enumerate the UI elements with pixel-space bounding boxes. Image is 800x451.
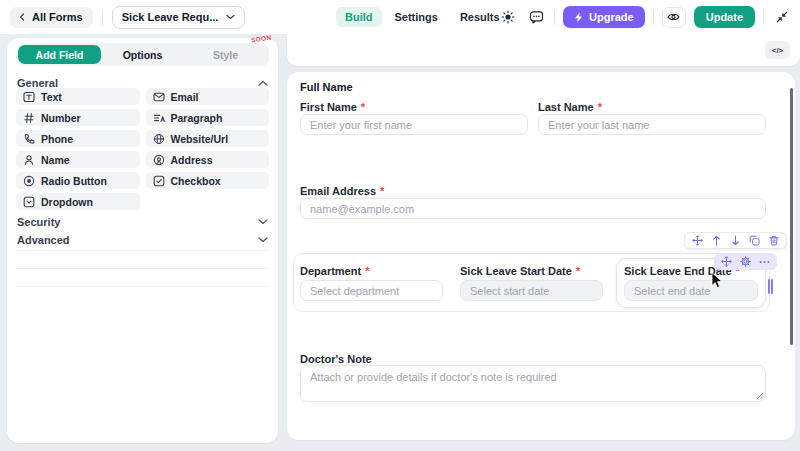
paragraph-icon xyxy=(153,112,165,124)
chevron-down-icon xyxy=(258,237,268,243)
email-label: Email Address* xyxy=(300,185,384,197)
duplicate-row-button[interactable] xyxy=(749,235,760,246)
divider xyxy=(102,10,103,25)
feedback-button[interactable] xyxy=(526,7,546,27)
field-type-label: Email xyxy=(171,91,199,103)
department-input[interactable] xyxy=(300,280,443,301)
required-marker: * xyxy=(361,101,365,113)
tab-add-field[interactable]: Add Field xyxy=(18,45,101,64)
department-label: Department* xyxy=(300,265,369,277)
number-icon xyxy=(23,112,35,124)
field-toolbar xyxy=(714,253,777,270)
vertical-scrollbar[interactable] xyxy=(790,88,793,345)
arrow-up-icon xyxy=(712,235,721,246)
full-name-heading: Full Name xyxy=(300,81,353,93)
preview-button[interactable] xyxy=(662,7,686,28)
section-advanced[interactable]: Advanced xyxy=(17,233,268,247)
field-type-email[interactable]: Email xyxy=(146,88,270,105)
field-type-website[interactable]: Website/Url xyxy=(146,130,270,147)
divider xyxy=(16,250,269,251)
back-all-forms-button[interactable]: All Forms xyxy=(10,7,93,28)
globe-icon xyxy=(153,133,165,145)
field-type-label: Address xyxy=(171,154,213,166)
email-icon xyxy=(153,91,165,103)
form-canvas: Full Name First Name* Last Name* Email A… xyxy=(287,72,795,440)
person-icon xyxy=(23,154,35,166)
field-type-number[interactable]: Number xyxy=(16,109,140,126)
field-type-label: Checkbox xyxy=(171,175,221,187)
tab-options[interactable]: Options xyxy=(101,45,184,64)
divider xyxy=(16,286,269,287)
field-settings-button[interactable] xyxy=(740,256,751,267)
start-date-label: Sick Leave Start Date* xyxy=(460,265,580,277)
arrow-down-icon xyxy=(731,235,740,246)
collapse-button[interactable] xyxy=(772,7,792,27)
tab-build[interactable]: Build xyxy=(336,7,382,27)
field-type-paragraph[interactable]: Paragraph xyxy=(146,109,270,126)
end-date-input[interactable] xyxy=(624,280,758,301)
field-type-dropdown[interactable]: Dropdown xyxy=(16,193,140,210)
required-marker: * xyxy=(598,101,602,113)
field-type-radio-button[interactable]: Radio Button xyxy=(16,172,140,189)
start-date-input[interactable] xyxy=(460,280,603,301)
section-advanced-label: Advanced xyxy=(17,234,70,246)
upgrade-button[interactable]: Upgrade xyxy=(563,6,645,28)
last-name-label: Last Name* xyxy=(538,101,602,113)
textarea-resize-grip[interactable] xyxy=(756,392,764,400)
divider xyxy=(763,10,764,25)
divider xyxy=(554,10,555,25)
chevron-down-icon xyxy=(258,219,268,225)
update-button[interactable]: Update xyxy=(694,6,755,28)
field-type-label: Number xyxy=(41,112,81,124)
mouse-cursor xyxy=(711,272,723,289)
field-type-phone[interactable]: Phone xyxy=(16,130,140,147)
form-selector-dropdown[interactable]: Sick Leave Requ... xyxy=(112,6,246,29)
eye-icon xyxy=(667,12,680,22)
field-type-text[interactable]: Text xyxy=(16,88,140,105)
field-type-label: Phone xyxy=(41,133,73,145)
back-label: All Forms xyxy=(32,11,83,23)
field-type-name[interactable]: Name xyxy=(16,151,140,168)
move-row-button[interactable] xyxy=(692,235,703,246)
doctors-note-label: Doctor's Note xyxy=(300,353,372,365)
canvas-header: </> xyxy=(287,34,800,66)
field-type-address[interactable]: Address xyxy=(146,151,270,168)
field-type-label: Radio Button xyxy=(41,175,107,187)
move-field-button[interactable] xyxy=(721,256,732,267)
field-type-checkbox[interactable]: Checkbox xyxy=(146,172,270,189)
chevron-down-icon xyxy=(226,14,235,20)
sun-icon xyxy=(501,10,515,24)
field-type-grid: Text Email Number Paragraph Phone Websit… xyxy=(16,88,269,210)
doctors-note-textarea[interactable] xyxy=(300,365,766,402)
field-type-label: Website/Url xyxy=(171,133,229,145)
divider xyxy=(16,268,269,269)
theme-toggle-button[interactable] xyxy=(498,7,518,27)
view-tabs: Build Settings Results xyxy=(336,0,509,34)
section-security-label: Security xyxy=(17,216,60,228)
divider xyxy=(653,10,654,25)
last-name-input[interactable] xyxy=(538,114,766,135)
tab-settings[interactable]: Settings xyxy=(386,7,447,27)
move-row-up-button[interactable] xyxy=(711,235,722,246)
code-view-button[interactable]: </> xyxy=(765,41,790,59)
field-more-options-button[interactable] xyxy=(759,256,770,267)
first-name-input[interactable] xyxy=(300,114,528,135)
email-input[interactable] xyxy=(300,198,766,219)
location-pin-icon xyxy=(153,154,165,166)
section-security[interactable]: Security xyxy=(17,215,268,229)
column-resize-handle[interactable] xyxy=(768,279,773,294)
topbar: All Forms Sick Leave Requ... Build Setti… xyxy=(0,0,800,34)
chevron-up-icon xyxy=(258,80,268,86)
form-builder-app: All Forms Sick Leave Requ... Build Setti… xyxy=(0,0,800,451)
move-icon xyxy=(692,235,703,246)
chevron-left-icon xyxy=(18,13,26,21)
copy-icon xyxy=(749,235,760,246)
first-name-label: First Name* xyxy=(300,101,365,113)
field-type-label: Name xyxy=(41,154,70,166)
lightning-bolt-icon xyxy=(574,12,583,23)
delete-row-button[interactable] xyxy=(768,235,779,246)
move-row-down-button[interactable] xyxy=(730,235,741,246)
dropdown-icon xyxy=(23,196,35,208)
gear-icon xyxy=(740,256,751,267)
tab-style[interactable]: Style xyxy=(184,45,267,64)
